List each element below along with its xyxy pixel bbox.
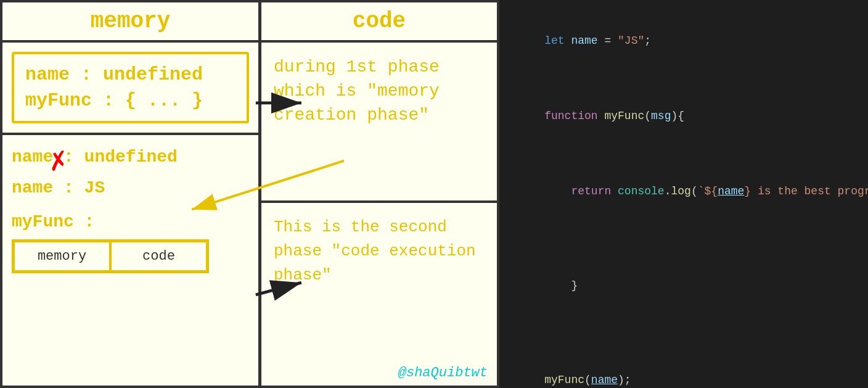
code-line-blank-4 [518,239,850,258]
mini-memory-cell: memory [14,241,110,271]
code-line-8: } [518,258,850,315]
memory-line-2: myFunc : { ... } [25,88,235,114]
code-line-blank-6 [518,333,850,352]
code-col-header: code [261,2,497,43]
template-string: `${ [698,185,718,197]
keyword-function: function [544,110,604,122]
memory-bottom-line-2: name : JS [12,175,249,201]
memory-bottom-line-1: name : undefined [12,144,178,170]
code-line-blank-2 [518,144,850,163]
code-line-11: myFunc(name); [518,352,850,388]
myfunc-label: myFunc : [12,212,249,231]
code-line-1: let name = "JS"; [518,12,850,69]
code-line-blank-5 [518,315,850,334]
string-value: "JS" [618,35,644,47]
code-line-blank-3 [518,220,850,239]
memory-top-box: name : undefined myFunc : { ... } [12,52,249,123]
code-line-5: return console.log(`${name} is the best … [518,163,850,220]
call-arg: name [591,374,618,386]
call-myfunc: myFunc [544,374,584,386]
code-panel: let name = "JS"; function myFunc(msg){ r… [499,0,868,388]
memory-header: memory [2,2,258,43]
var-name: name [571,35,597,47]
memory-line-1: name : undefined [25,62,235,88]
memory-column: memory name : undefined myFunc : { ... }… [2,2,261,386]
keyword-let: let [544,35,571,47]
code-line-blank-1 [518,69,850,88]
memory-bottom: name : undefined ✗ name : JS myFunc : me… [2,135,258,386]
code-column: code during 1st phase which is "memory c… [261,2,497,386]
code-line-3: function myFunc(msg){ [518,88,850,144]
code-bottom-text: This is the second phase "code execution… [261,203,497,361]
code-top-text: during 1st phase which is "memory creati… [261,43,497,200]
mini-table: memory code [12,239,209,273]
keyword-return: return [571,185,618,197]
param-msg: msg [651,110,671,122]
log-fn: log [671,185,691,197]
mini-code-cell: code [110,241,207,271]
function-name: myFunc [604,110,644,122]
template-var: name [718,185,744,197]
diagram-panel: memory name : undefined myFunc : { ... }… [0,0,499,388]
console-obj: console [618,185,665,197]
watermark: @shaQuibtwt [261,360,497,386]
